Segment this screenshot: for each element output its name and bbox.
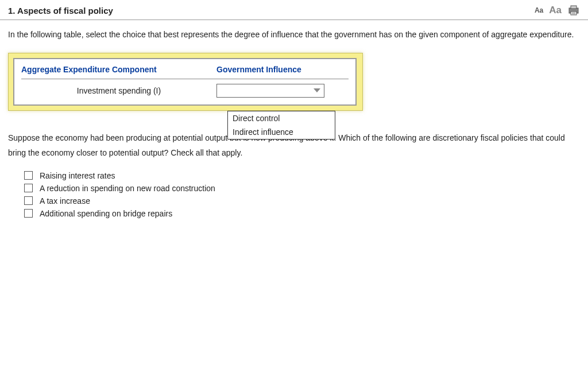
chevron-down-icon xyxy=(314,88,320,92)
influence-dropdown[interactable] xyxy=(216,84,324,98)
checkbox-3[interactable] xyxy=(24,209,33,218)
font-size-large-button[interactable]: Aa xyxy=(549,5,562,16)
dropdown-cell xyxy=(216,84,349,98)
checkbox-row-3: Additional spending on bridge repairs xyxy=(24,209,580,218)
print-icon[interactable] xyxy=(567,5,580,16)
expenditure-table: Aggregate Expenditure Component Governme… xyxy=(13,58,357,106)
header-controls: Aa Aa xyxy=(535,5,580,16)
expenditure-table-wrap: Aggregate Expenditure Component Governme… xyxy=(8,53,580,111)
checkbox-label-2: A tax increase xyxy=(40,196,90,206)
checkbox-label-0: Raising interest rates xyxy=(40,171,115,180)
checkbox-label-3: Additional spending on bridge repairs xyxy=(40,209,172,218)
question-header: 1. Aspects of fiscal policy Aa Aa xyxy=(0,0,588,20)
table-row: Investment spending (I) xyxy=(14,79,355,104)
row-label: Investment spending (I) xyxy=(21,86,216,95)
intro-text: In the following table, select the choic… xyxy=(8,27,580,42)
dropdown-option-indirect[interactable]: Indirect influence xyxy=(228,125,335,139)
checkbox-1[interactable] xyxy=(24,184,33,192)
checkbox-row-0: Raising interest rates xyxy=(24,171,580,180)
question-content: In the following table, select the choic… xyxy=(0,20,588,228)
svg-rect-2 xyxy=(571,11,577,15)
font-size-small-button[interactable]: Aa xyxy=(535,6,543,14)
checkbox-row-2: A tax increase xyxy=(24,196,580,206)
checkbox-2[interactable] xyxy=(24,196,33,205)
checkbox-row-1: A reduction in spending on new road cons… xyxy=(24,184,580,193)
dropdown-options-list: Direct control Indirect influence xyxy=(227,111,335,140)
table-header-component: Aggregate Expenditure Component xyxy=(21,65,216,74)
svg-rect-1 xyxy=(571,6,577,9)
table-header-influence: Government Influence xyxy=(216,65,349,74)
dropdown-option-direct[interactable]: Direct control xyxy=(228,111,335,125)
table-header-row: Aggregate Expenditure Component Governme… xyxy=(14,59,355,79)
question-title: 1. Aspects of fiscal policy xyxy=(8,6,113,16)
highlight-box: Aggregate Expenditure Component Governme… xyxy=(8,53,363,111)
checkbox-0[interactable] xyxy=(24,171,33,180)
checkbox-list: Raising interest rates A reduction in sp… xyxy=(8,171,580,218)
checkbox-label-1: A reduction in spending on new road cons… xyxy=(40,184,215,193)
